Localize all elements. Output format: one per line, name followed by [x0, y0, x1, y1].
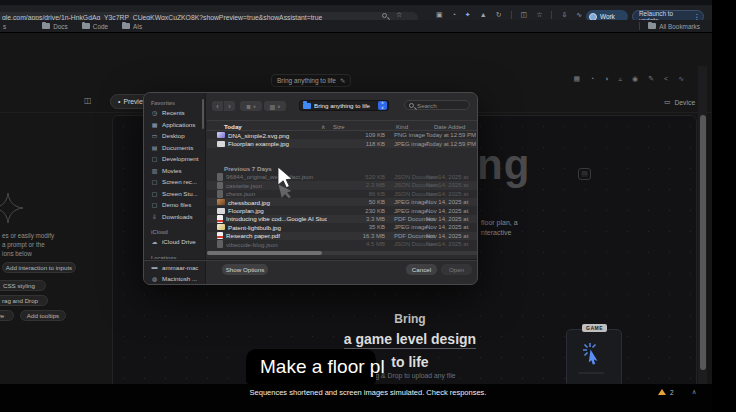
folder-icon [122, 23, 130, 29]
all-bookmarks-button[interactable]: All Bookmarks [648, 23, 700, 30]
grid-icon[interactable]: ▦ [573, 75, 580, 83]
folder-dropdown[interactable]: Bring anything to life ∧∨ [299, 100, 389, 111]
file-row[interactable]: Floorplan example.jpg118 KBJPEG imageTod… [207, 139, 478, 147]
file-name: Patent-lightbulb.jpg [228, 224, 281, 231]
file-row[interactable]: chess.json86 KBJSON DocumentNov 14, 2025… [207, 190, 478, 198]
file-row[interactable]: Introducing vibe cod...Google AI Studio.… [207, 215, 478, 223]
folder-icon [303, 103, 311, 109]
file-kind: PNG image [385, 132, 423, 138]
typing-caption: Make a floor pl [246, 349, 376, 384]
file-icon [217, 173, 223, 181]
sidebar-item-recents[interactable]: ◷Recents [144, 107, 205, 119]
file-date-added: Nov 14, 2025 at [423, 199, 478, 205]
list-header-row[interactable]: Today ∧ Size Kind Date Added [207, 120, 478, 131]
clock-icon: ◷ [151, 109, 158, 116]
column-kind[interactable]: Kind [396, 124, 408, 130]
sidebar-item-downloads[interactable]: ⇩Downloads [144, 211, 205, 223]
file-date-added: Nov 14, 2025 at [423, 208, 478, 214]
column-name[interactable]: Today [224, 123, 242, 130]
dialog-search-field[interactable]: Search [404, 100, 470, 110]
bookmark-folder[interactable]: Code [82, 23, 108, 30]
cancel-button[interactable]: Cancel [406, 264, 437, 275]
file-row[interactable]: vibecode-blog.json4.5 MBJSON DocumentNov… [207, 240, 478, 248]
file-name: chess.json [226, 190, 255, 197]
back-button[interactable]: ‹ [212, 101, 223, 111]
page-scrollbar-thumb[interactable] [700, 115, 706, 370]
forward-button[interactable]: › [224, 101, 235, 111]
file-icon [217, 240, 223, 248]
file-date-added: Nov 14, 2025 at [423, 182, 478, 188]
device-selector[interactable]: ▭ Device [664, 98, 695, 106]
divider [639, 22, 640, 30]
search-icon[interactable] [382, 13, 387, 18]
edit-title-icon[interactable]: ✎ [340, 77, 345, 85]
suggestion-chip[interactable]: CSS styling [0, 280, 46, 291]
warning-status[interactable]: 2 ∧ [658, 388, 696, 396]
file-row[interactable]: Research paper.pdf16.3 MBPDF DocumentNov… [207, 232, 478, 240]
browser-url-row: gle.com/apps/drive/1n-HnkGdAg_Y3c7RP_CUe… [0, 5, 712, 20]
file-size: 230 KB [327, 208, 385, 214]
collapse-chevron-icon[interactable]: ∧ [692, 388, 697, 396]
sidebar-item-desktop[interactable]: ▭Desktop [144, 130, 205, 142]
columns-view-button[interactable]: ▥ ∨ [264, 101, 286, 111]
share-icon[interactable]: < [664, 75, 668, 83]
suggestion-chip[interactable]: rag and Drop [0, 295, 48, 306]
file-date-added: Nov 14, 2025 at [423, 224, 478, 230]
file-date-added: Nov 14, 2025 at [423, 241, 478, 247]
sidebar-item-demo-files[interactable]: ▢Demo files [144, 199, 205, 211]
edit-icon[interactable]: ✎ [648, 75, 654, 83]
horizontal-scrollbar-thumb[interactable] [207, 251, 322, 255]
hero-line-2[interactable]: a game level design [344, 331, 476, 349]
sidebar-item-screen-rec-[interactable]: ▢Screen rec... [144, 176, 205, 188]
bookmark-label: AIs [133, 23, 142, 30]
folder-icon [42, 23, 50, 29]
file-size: 118 KB [327, 141, 385, 147]
sidebar-item-movies[interactable]: ▥Movies [144, 165, 205, 177]
bookmark-folder[interactable]: Docs [42, 23, 68, 30]
sidebar-toggle-icon[interactable]: ◫ [84, 96, 92, 105]
suggestion-chip[interactable]: Add tooltips [20, 310, 66, 321]
theme-icon[interactable]: ◑ [604, 75, 608, 83]
file-row[interactable]: cassette.json2.3 MBJSON DocumentNov 14, … [207, 181, 478, 189]
column-size[interactable]: Size [333, 124, 345, 130]
monitor-icon: ▭ [151, 132, 158, 139]
sidebar-item-icloud-drive[interactable]: ☁iCloud Drive [144, 236, 205, 248]
horizontal-scrollbar-track[interactable] [207, 251, 478, 255]
file-size: 4.5 MB [327, 241, 385, 247]
dropdown-stepper-icon: ∧∨ [378, 101, 387, 110]
column-date-added[interactable]: Date Added [434, 124, 465, 130]
file-name: DNA_simple2.svg.png [228, 132, 289, 139]
sidebar-item-documents[interactable]: ▤Documents [144, 142, 205, 154]
github-icon[interactable]: ◉ [632, 75, 638, 83]
file-size: 3.3 MB [327, 216, 385, 222]
suggestion-chip[interactable]: ve [0, 310, 14, 321]
deploy-icon[interactable]: ▵ [619, 75, 623, 83]
chevron-down-icon: ∨ [277, 104, 280, 109]
file-row[interactable]: Floorplan.jpg230 KBJPEG imageNov 14, 202… [207, 206, 478, 214]
sidebar-item-development[interactable]: ▢Development [144, 153, 205, 165]
sidebar-item-ammaar-mac[interactable]: ▬ammaar-mac [144, 262, 205, 274]
sidebar-item-screen-stu-[interactable]: ▢Screen Stu... [144, 188, 205, 200]
bookmark-folder[interactable]: AIs [122, 23, 142, 30]
game-card-label: GAME [582, 324, 607, 332]
file-name: vibecode-blog.json [226, 241, 278, 248]
file-name: Research paper.pdf [226, 232, 280, 239]
suggestion-chip[interactable]: Add interaction to inputs [2, 262, 76, 273]
show-options-button[interactable]: Show Options [222, 264, 268, 275]
history-icon[interactable]: ◔ [590, 75, 594, 83]
sidebar-scrollbar-thumb[interactable] [202, 99, 204, 129]
file-date-added: Nov 14, 2025 at [423, 233, 478, 239]
link-icon[interactable]: ∿ [678, 75, 684, 83]
file-row[interactable]: 96844_original_webp...fact.json520 KBJSO… [207, 173, 478, 181]
file-size: 86 KB [327, 191, 385, 197]
project-title[interactable]: Bring anything to life ✎ [271, 74, 351, 87]
list-view-button[interactable]: ≣ ∨ [240, 101, 262, 111]
sidebar-item-macintosh-[interactable]: ◍Macintosh ... [144, 273, 205, 285]
open-button[interactable]: Open [441, 264, 472, 275]
screenshot-stage: gle.com/apps/drive/1n-HnkGdAg_Y3c7RP_CUe… [0, 0, 736, 412]
file-row[interactable]: DNA_simple2.svg.png109 KBPNG imageToday … [207, 131, 478, 139]
file-row[interactable]: chessboard.jpg50 KBJPEG imageNov 14, 202… [207, 198, 478, 206]
bookmark-fragment[interactable]: s [3, 23, 6, 30]
sidebar-item-applications[interactable]: ▦Applications [144, 119, 205, 131]
file-row[interactable]: Patent-lightbulb.jpg35 KBJPEG imageNov 1… [207, 223, 478, 231]
